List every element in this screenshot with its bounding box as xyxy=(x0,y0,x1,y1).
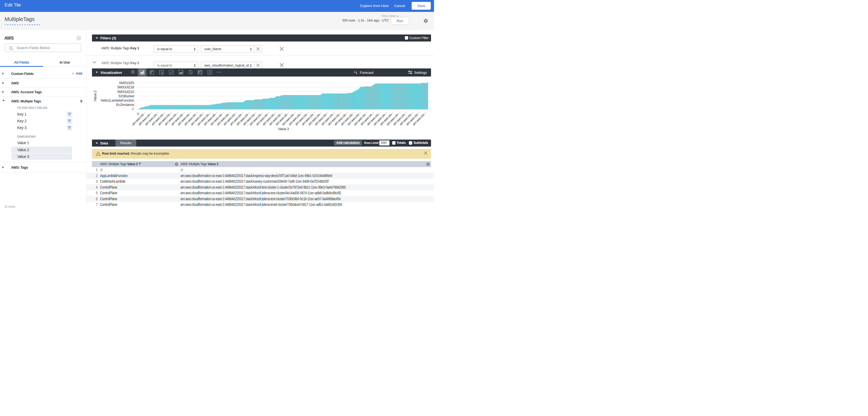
svg-text:Value 2: Value 2 xyxy=(93,91,97,101)
svg-text:Hello1LambdaFunction: Hello1LambdaFunction xyxy=(101,99,134,102)
svg-text:Value 3: Value 3 xyxy=(278,127,289,131)
svg-text:S31Bucket: S31Bucket xyxy=(118,94,134,98)
svg-text:SMS3JIZ10: SMS3JIZ10 xyxy=(117,90,134,94)
svg-text:6: 6 xyxy=(209,71,211,74)
svg-text:SMS3JIZ5: SMS3JIZ5 xyxy=(119,81,134,85)
svg-text:Ec2Instance: Ec2Instance xyxy=(116,103,134,107)
svg-text:SMS3JIZ18: SMS3JIZ18 xyxy=(117,85,134,89)
